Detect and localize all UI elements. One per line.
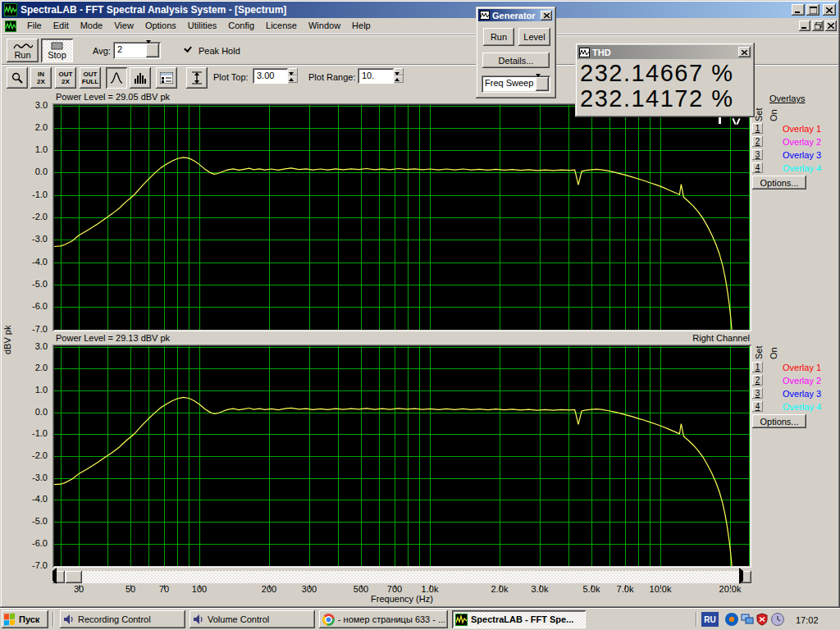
stop-button[interactable]: Stop — [41, 39, 73, 62]
y-tick-label: 3.0 — [20, 100, 48, 110]
plot-range-spinner[interactable] — [395, 68, 404, 84]
overlay-set-button-3[interactable]: 3 — [752, 388, 763, 399]
mdi-restore-button[interactable] — [812, 21, 824, 31]
scheduler-round-icon[interactable] — [771, 613, 784, 626]
mdi-close-button[interactable] — [825, 21, 837, 31]
language-indicator[interactable]: RU — [701, 612, 719, 627]
frequency-scrollbar[interactable] — [52, 571, 751, 583]
plot-top-spinner[interactable] — [289, 68, 298, 84]
desktop: SpectraLAB - FFT Spectral Analysis Syste… — [0, 0, 840, 630]
overlay-set-button-3[interactable]: 3 — [752, 149, 763, 160]
overlay-set-button-2[interactable]: 2 — [752, 136, 763, 147]
app-icon — [4, 3, 17, 16]
menu-window[interactable]: Window — [303, 19, 346, 33]
generator-mode-combobox[interactable]: Freq Sweep — [482, 75, 550, 93]
zoom-out-full-label: OUT FULL — [80, 71, 100, 85]
overlay-set-button-1[interactable]: 1 — [752, 362, 763, 372]
menu-help[interactable]: Help — [346, 19, 377, 33]
scrollbar-right-arrow[interactable] — [739, 571, 751, 583]
menu-file[interactable]: File — [21, 19, 48, 33]
menu-utilities[interactable]: Utilities — [182, 19, 222, 33]
bottom-plot-label-row: Power Level = 29.13 dBV pk Right Channel — [52, 331, 751, 345]
generator-level-button[interactable]: Level — [518, 28, 550, 46]
generator-window: Generator Run Level Details... Freq Swee… — [476, 7, 556, 98]
generator-title-bar[interactable]: Generator — [478, 9, 554, 21]
x-tick-label: 100 — [181, 584, 217, 594]
spectrum-view-button[interactable] — [106, 67, 127, 89]
menu-edit[interactable]: Edit — [48, 19, 75, 33]
x-tick-label: 5.0k — [573, 584, 609, 594]
zoom-out-full-button[interactable]: OUT FULL — [80, 67, 101, 89]
task-button-2[interactable]: Volume Control — [189, 610, 315, 628]
y-tick-label: 1.0 — [20, 385, 48, 395]
speaker-icon-wrap — [193, 614, 204, 625]
menu-license[interactable]: License — [260, 19, 303, 33]
y-tick-label: 1.0 — [20, 144, 48, 154]
generator-run-button[interactable]: Run — [483, 28, 514, 46]
y-tick-label: -1.0 — [20, 189, 48, 199]
overlay-set-button-4[interactable]: 4 — [752, 162, 763, 173]
overlay-set-button-2[interactable]: 2 — [752, 375, 763, 386]
y-tick-label: -6.0 — [20, 301, 48, 311]
mdi-minimize-button[interactable] — [799, 21, 810, 31]
scrollbar-left-arrow[interactable] — [52, 571, 65, 583]
menu-mode[interactable]: Mode — [75, 19, 109, 33]
thd-close-button[interactable] — [738, 47, 751, 57]
overlay-set-button-4[interactable]: 4 — [752, 401, 763, 412]
details-view-button[interactable] — [156, 67, 177, 89]
menu-config[interactable]: Config — [222, 19, 260, 33]
plot-bottom[interactable] — [52, 345, 751, 568]
scrollbar-thumb[interactable] — [66, 571, 82, 583]
overlay-set-button-1[interactable]: 1 — [752, 123, 763, 134]
generator-title: Generator — [492, 11, 539, 21]
spectrum-canvas-left-channel[interactable] — [54, 105, 750, 330]
overlay-options-label-top: Options... — [760, 178, 798, 188]
plot-scale-button[interactable] — [186, 67, 208, 89]
avg-combobox[interactable]: 2 — [113, 42, 161, 59]
antivirus-shield-icon[interactable] — [756, 613, 769, 626]
zoom-tool-button[interactable] — [7, 67, 28, 89]
plot-top-spin-down[interactable] — [289, 75, 298, 83]
task-button-1[interactable]: Recording Control — [60, 610, 185, 628]
plot-top-field[interactable]: 3.00 — [253, 68, 288, 84]
task-button-label: Recording Control — [78, 614, 151, 624]
overlay-label-1: Overlay 1 — [783, 124, 821, 134]
y-tick-label: -7.0 — [20, 560, 48, 570]
start-button[interactable]: Пуск — [2, 610, 48, 628]
x-tick-label: 700 — [377, 584, 413, 594]
bars-view-button[interactable] — [130, 67, 151, 89]
task-button-3[interactable]: - номер страницы 633 - ... — [319, 610, 448, 628]
run-button[interactable]: Run — [7, 39, 39, 62]
overlay-label-3: Overlay 3 — [783, 150, 821, 160]
thd-value-line1: 232.14667 % — [580, 60, 733, 87]
close-button[interactable] — [823, 4, 836, 16]
spectrum-canvas-right-channel[interactable] — [54, 346, 750, 566]
overlay-options-button-bottom[interactable]: Options... — [752, 414, 806, 428]
zoom-in-2x-button[interactable]: IN 2X — [30, 67, 52, 89]
generator-mode-dropdown-arrow[interactable] — [536, 77, 549, 91]
title-bar: SpectraLAB - FFT Spectral Analysis Syste… — [2, 2, 838, 18]
maximize-button[interactable] — [806, 4, 819, 16]
speaker-icon — [193, 614, 204, 625]
network-icon[interactable] — [741, 613, 754, 626]
windows-logo-icon — [4, 614, 16, 626]
minimize-button[interactable] — [792, 4, 805, 16]
overlay-label-4: Overlay 4 — [783, 163, 821, 173]
overlay-label-3: Overlay 3 — [783, 389, 821, 399]
menu-options[interactable]: Options — [139, 19, 182, 33]
menu-view[interactable]: View — [108, 19, 139, 33]
x-tick-label: 10.0k — [642, 584, 678, 594]
mdi-document-icon[interactable] — [5, 21, 16, 32]
generator-close-button[interactable] — [541, 11, 552, 21]
avg-dropdown-arrow[interactable] — [146, 43, 159, 57]
task-button-4[interactable]: SpectraLAB - FFT Spe... — [452, 610, 586, 628]
thd-title-bar[interactable]: THD — [578, 45, 752, 59]
overlay-options-button-top[interactable]: Options... — [752, 176, 806, 189]
app-round-icon[interactable] — [725, 613, 738, 626]
plot-range-field[interactable]: 10. — [358, 68, 394, 84]
taskbar-separator[interactable] — [52, 612, 54, 627]
generator-details-button[interactable]: Details... — [482, 52, 550, 68]
zoom-out-2x-button[interactable]: OUT 2X — [55, 67, 76, 89]
plot-top[interactable] — [52, 103, 751, 331]
plot-range-spin-down[interactable] — [395, 75, 404, 83]
